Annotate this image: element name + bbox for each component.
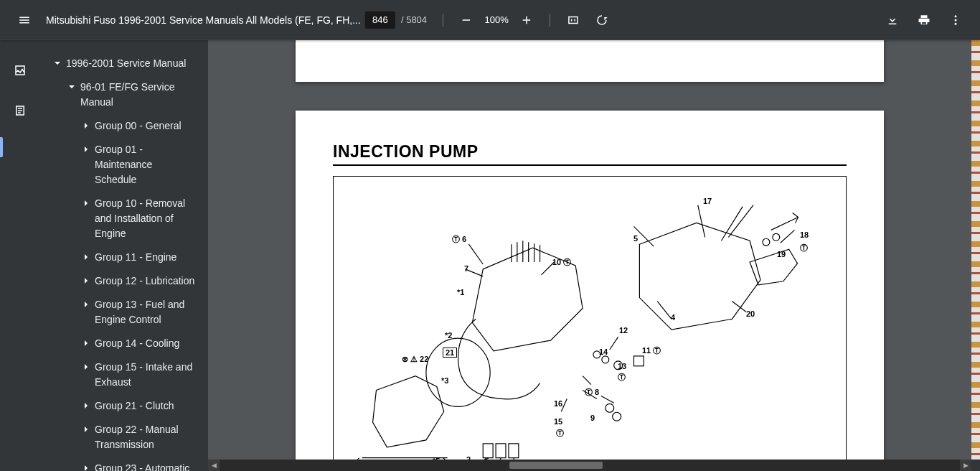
callout-s1: *1: [457, 288, 464, 297]
chevron-down-icon[interactable]: [66, 81, 77, 93]
svg-point-2: [955, 19, 957, 21]
outline-label: Group 23 - Automatic Transmission: [95, 461, 197, 471]
more-vert-icon: [949, 14, 962, 27]
outline-group[interactable]: Group 14 - Cooling: [40, 332, 202, 355]
svg-point-13: [606, 404, 614, 412]
callout-t13: Ⓣ: [618, 372, 626, 383]
scroll-thumbnail-strip[interactable]: [971, 40, 980, 460]
scroll-left-button[interactable]: ◀: [208, 460, 220, 471]
svg-point-10: [602, 356, 609, 363]
document-title: Mitsubishi Fuso 1996-2001 Service Manual…: [46, 14, 361, 26]
scroll-thumb[interactable]: [509, 462, 603, 469]
scroll-right-button[interactable]: ▶: [960, 460, 971, 471]
outline-panel[interactable]: 1996-2001 Service Manual 96-01 FE/FG Ser…: [40, 40, 208, 471]
callout-19: 19: [777, 250, 786, 258]
outline-label: Group 21 - Clutch: [95, 398, 197, 414]
pdf-page: INJECTION PUMP: [296, 111, 884, 460]
outline-group[interactable]: Group 12 - Lubrication: [40, 269, 202, 293]
outline-tab[interactable]: [7, 98, 33, 123]
outline-label: Group 14 - Cooling: [95, 336, 197, 351]
callout-8: Ⓣ 8: [585, 387, 599, 398]
outline-group[interactable]: Group 00 - General: [40, 114, 202, 138]
chevron-right-icon[interactable]: [80, 275, 92, 286]
horizontal-scrollbar[interactable]: ◀ ▶: [208, 460, 971, 471]
outline-label: Group 15 - Intake and Exhaust: [95, 360, 197, 390]
pdf-toolbar: Mitsubishi Fuso 1996-2001 Service Manual…: [0, 0, 980, 40]
chevron-right-icon[interactable]: [80, 299, 92, 310]
outline-group[interactable]: Group 01 - Maintenance Schedule: [40, 138, 202, 192]
outline-group[interactable]: Group 10 - Removal and Installation of E…: [40, 192, 202, 246]
chevron-right-icon[interactable]: [80, 462, 92, 471]
plus-icon: [520, 14, 533, 27]
callout-5: 5: [633, 234, 638, 243]
callout-7: 7: [464, 264, 468, 273]
svg-point-8: [773, 233, 780, 241]
chevron-right-icon[interactable]: [80, 144, 92, 155]
callout-12: 12: [619, 326, 628, 335]
callout-4: 4: [671, 313, 675, 322]
thumbnails-icon: [14, 64, 27, 77]
svg-point-6: [426, 338, 490, 406]
svg-rect-16: [496, 444, 506, 458]
document-viewport[interactable]: INJECTION PUMP: [208, 40, 971, 460]
print-button[interactable]: [911, 7, 937, 33]
outline-label: Group 00 - General: [95, 118, 197, 134]
chevron-right-icon[interactable]: [80, 337, 92, 349]
chevron-right-icon[interactable]: [80, 424, 92, 435]
callout-9: 9: [590, 414, 595, 422]
previous-page-sliver: [296, 40, 884, 82]
chevron-down-icon[interactable]: [52, 57, 63, 69]
callout-t15: Ⓣ: [556, 428, 564, 439]
hamburger-icon: [18, 14, 31, 27]
chevron-right-icon[interactable]: [80, 400, 92, 411]
zoom-in-button[interactable]: [514, 7, 540, 33]
callout-17: 17: [703, 197, 712, 205]
outline-label: 1996-2001 Service Manual: [66, 56, 197, 71]
svg-rect-15: [483, 444, 493, 458]
chevron-right-icon[interactable]: [80, 120, 92, 131]
outline-group[interactable]: Group 21 - Clutch: [40, 394, 202, 418]
callout-11: 11 Ⓣ: [642, 345, 661, 356]
outline-group[interactable]: Group 23 - Automatic Transmission: [40, 457, 202, 471]
callout-s3: *3: [441, 376, 448, 385]
callout-15: 15: [554, 417, 562, 426]
svg-point-1: [955, 15, 957, 17]
page-number-input[interactable]: [365, 11, 395, 29]
outline-label: 96-01 FE/FG Service Manual: [80, 80, 197, 110]
outline-group[interactable]: Group 11 - Engine: [40, 246, 202, 269]
diagram-svg: [334, 177, 846, 460]
zoom-out-button[interactable]: [453, 7, 479, 33]
callout-tR: Ⓣ: [800, 243, 808, 253]
menu-button[interactable]: [11, 7, 37, 33]
callout-18: 18: [800, 230, 809, 239]
outline-label: Group 13 - Fuel and Engine Control: [95, 297, 197, 327]
callout-20: 20: [746, 309, 755, 318]
chevron-right-icon[interactable]: [80, 197, 92, 209]
outline-root[interactable]: 1996-2001 Service Manual: [40, 52, 202, 75]
outline-group[interactable]: Group 15 - Intake and Exhaust: [40, 355, 202, 394]
thumbnails-tab[interactable]: [7, 57, 33, 83]
rotate-button[interactable]: [589, 7, 615, 33]
callout-6: Ⓣ 6: [452, 234, 466, 245]
svg-rect-12: [633, 356, 644, 366]
fit-page-icon: [567, 14, 580, 27]
outline-group[interactable]: Group 22 - Manual Transmission: [40, 418, 202, 457]
outline-section[interactable]: 96-01 FE/FG Service Manual: [40, 75, 202, 114]
chevron-right-icon[interactable]: [80, 361, 92, 373]
print-icon: [918, 14, 930, 27]
callout-14: 14: [599, 348, 608, 356]
technical-diagram: Ⓣ 6 7 *1 10 Ⓣ 5 17 18 Ⓣ 19 4 20 *2 21 ⊗ …: [333, 176, 847, 460]
callout-22: ⊗ ⚠ 22: [402, 355, 428, 364]
download-button[interactable]: [880, 7, 905, 33]
svg-point-14: [613, 412, 621, 421]
minus-icon: [460, 14, 473, 27]
callout-21: 21: [443, 348, 457, 358]
chevron-right-icon[interactable]: [80, 251, 92, 263]
callout-10: 10 Ⓣ: [552, 257, 571, 268]
outline-label: Group 10 - Removal and Installation of E…: [95, 196, 197, 241]
svg-point-7: [763, 238, 770, 246]
more-button[interactable]: [943, 7, 969, 33]
fit-page-button[interactable]: [560, 7, 586, 33]
outline-group[interactable]: Group 13 - Fuel and Engine Control: [40, 293, 202, 332]
outline-label: Group 22 - Manual Transmission: [95, 422, 197, 452]
